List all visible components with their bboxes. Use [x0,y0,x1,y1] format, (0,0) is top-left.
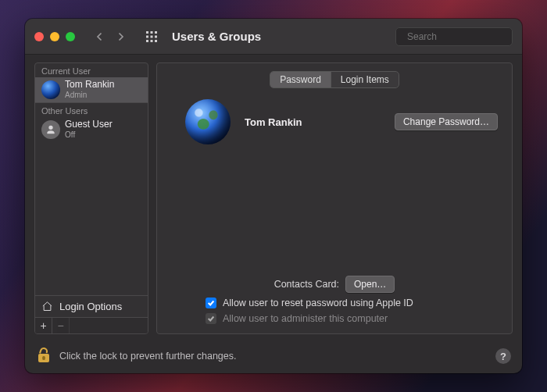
titlebar: Users & Groups [25,19,522,55]
reset-appleid-label: Allow user to reset password using Apple… [223,298,413,308]
svg-rect-3 [146,35,148,37]
add-remove-bar: + − [35,317,148,333]
search-field[interactable] [395,27,513,46]
contacts-row: Contacts Card: Open… [168,276,501,293]
sidebar-header-current: Current User [35,63,148,77]
svg-rect-7 [151,40,153,42]
sidebar-user-guest[interactable]: Guest User Off [35,117,148,142]
window-controls [34,32,75,41]
nav-buttons [91,27,130,46]
add-user-button[interactable]: + [35,318,52,333]
avatar-earth-icon [41,80,60,99]
administer-label: Allow user to administer this computer [223,313,388,324]
svg-rect-6 [146,40,148,42]
forward-button[interactable] [111,27,130,46]
sidebar-user-role: Off [65,130,113,140]
preferences-window: Users & Groups Current User Tom Rankin A… [25,19,522,373]
reset-appleid-row: Allow user to reset password using Apple… [206,298,501,308]
house-icon [41,301,53,312]
help-button[interactable]: ? [495,348,511,364]
administer-checkbox [206,313,216,324]
search-input[interactable] [407,31,522,42]
minimize-window-button[interactable] [50,32,59,41]
profile-avatar-earth-icon[interactable] [185,99,231,144]
back-button[interactable] [91,27,109,46]
close-window-button[interactable] [34,32,44,41]
svg-rect-10 [42,356,45,360]
footer: Click the lock to prevent further change… [25,339,522,373]
reset-appleid-checkbox[interactable] [206,298,216,308]
window-title: Users & Groups [172,30,261,43]
svg-rect-5 [155,35,157,37]
zoom-window-button[interactable] [66,32,75,41]
svg-rect-0 [146,31,148,34]
tab-bar: Password Login Items [270,71,399,88]
administer-row: Allow user to administer this computer [206,313,501,324]
svg-rect-2 [155,31,157,34]
sidebar-user-role: Admin [65,91,114,100]
contacts-label: Contacts Card: [274,279,339,290]
remove-user-button[interactable]: − [52,318,70,333]
footer-text: Click the lock to prevent further change… [59,351,237,362]
sidebar-user-name: Tom Rankin [65,80,114,91]
lock-button[interactable] [36,346,52,367]
tab-password[interactable]: Password [270,72,331,87]
svg-rect-8 [155,40,157,42]
login-options-label: Login Options [59,301,122,312]
sidebar-user-current[interactable]: Tom Rankin Admin [35,77,148,102]
window-body: Current User Tom Rankin Admin Other User… [25,55,522,339]
svg-rect-1 [151,31,153,34]
avatar-guest-icon [41,120,60,139]
sidebar-user-name: Guest User [65,119,113,130]
open-contacts-button[interactable]: Open… [345,276,395,293]
users-sidebar: Current User Tom Rankin Admin Other User… [34,62,148,334]
show-all-button[interactable] [142,27,161,46]
profile-row: Tom Rankin Change Password… [185,99,498,144]
tab-login-items[interactable]: Login Items [331,72,399,87]
change-password-button[interactable]: Change Password… [395,113,498,130]
login-options-button[interactable]: Login Options [35,295,148,317]
sidebar-header-other: Other Users [35,102,148,117]
main-panel: Password Login Items Tom Rankin Change P… [156,62,513,334]
svg-rect-4 [151,35,153,37]
profile-name: Tom Rankin [245,116,381,128]
